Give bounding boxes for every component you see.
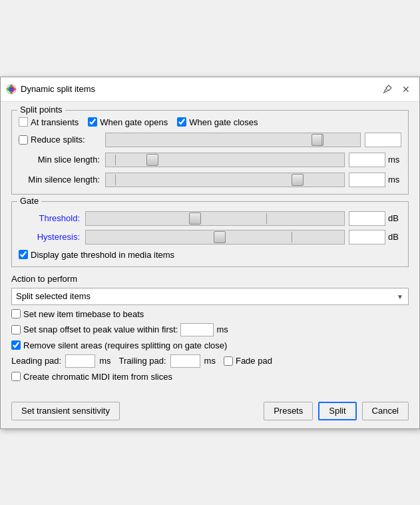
- at-transients-label[interactable]: At transients: [19, 117, 79, 127]
- chromatic-midi-label[interactable]: Create chromatic MIDI item from slices: [11, 372, 172, 382]
- close-icon: ✕: [402, 84, 410, 95]
- display-gate-checkbox[interactable]: [19, 250, 28, 259]
- threshold-label: Threshold:: [19, 213, 85, 223]
- sensitivity-button[interactable]: Set transient sensitivity: [11, 402, 120, 420]
- when-gate-opens-label[interactable]: When gate opens: [88, 117, 168, 127]
- cancel-button[interactable]: Cancel: [362, 402, 409, 420]
- pin-button[interactable]: [379, 81, 395, 97]
- action-dropdown[interactable]: Split selected itemsAdd stretch markersE…: [11, 288, 409, 305]
- threshold-slider-wrap: [85, 211, 345, 226]
- gate-group: Gate Threshold: -31.0 dB Hysteresis: -16…: [11, 201, 409, 267]
- trailing-pad-value[interactable]: 300: [170, 354, 200, 368]
- hysteresis-label: Hysteresis:: [19, 232, 85, 242]
- min-slice-value[interactable]: 50: [349, 153, 385, 167]
- leading-pad-value[interactable]: 70: [65, 354, 95, 368]
- chromatic-midi-checkbox[interactable]: [11, 372, 21, 381]
- close-button[interactable]: ✕: [398, 81, 414, 97]
- snap-offset-row: Set snap offset to peak value within fir…: [11, 323, 409, 336]
- fade-pad-checkbox[interactable]: [224, 356, 233, 366]
- pad-row: Leading pad: 70 ms Trailing pad: 300 ms …: [11, 354, 409, 368]
- dialog-title: Dynamic split items: [21, 84, 379, 94]
- reduce-splits-value[interactable]: 52: [365, 133, 401, 147]
- threshold-slider[interactable]: [86, 212, 344, 225]
- reduce-splits-row: Reduce splits: 52: [19, 133, 401, 147]
- threshold-row: Threshold: -31.0 dB: [19, 211, 401, 226]
- hysteresis-slider[interactable]: [86, 231, 344, 244]
- threshold-value[interactable]: -31.0: [349, 211, 385, 226]
- reduce-splits-slider[interactable]: [106, 133, 360, 147]
- split-points-title: Split points: [17, 105, 65, 115]
- remove-silent-label[interactable]: Remove silent areas (requires splitting …: [11, 340, 227, 350]
- min-silence-slider[interactable]: [106, 173, 344, 187]
- threshold-unit: dB: [388, 213, 401, 223]
- min-silence-row: Min silence length: 3000 ms: [19, 173, 401, 187]
- min-slice-row: Min slice length: 50 ms: [19, 153, 401, 167]
- snap-offset-value[interactable]: 200: [180, 323, 214, 336]
- leading-pad-unit: ms: [99, 356, 110, 366]
- when-gate-opens-checkbox[interactable]: [88, 117, 97, 127]
- reduce-splits-checkbox[interactable]: [19, 135, 28, 145]
- snap-offset-unit: ms: [216, 324, 228, 334]
- split-button[interactable]: Split: [318, 402, 356, 420]
- split-points-group: Split points At transients When gate ope…: [11, 110, 409, 195]
- when-gate-closes-checkbox[interactable]: [177, 117, 186, 127]
- title-bar: Dynamic split items ✕: [1, 77, 419, 102]
- gate-title: Gate: [17, 196, 41, 206]
- title-controls: ✕: [379, 81, 414, 97]
- hysteresis-slider-wrap: [85, 230, 345, 245]
- action-title: Action to perform: [11, 274, 409, 284]
- min-silence-slider-wrap: [105, 173, 345, 187]
- min-silence-label: Min silence length:: [19, 175, 105, 185]
- footer-right: Presets Split Cancel: [264, 402, 409, 420]
- hysteresis-row: Hysteresis: -16.0 dB: [19, 230, 401, 245]
- min-slice-slider-wrap: [105, 153, 345, 167]
- pin-icon: [383, 85, 392, 94]
- chromatic-midi-row: Create chromatic MIDI item from slices: [11, 372, 409, 382]
- set-timebase-checkbox[interactable]: [11, 309, 21, 318]
- action-section: Action to perform Split selected itemsAd…: [11, 274, 409, 382]
- min-silence-unit: ms: [388, 175, 401, 185]
- min-slice-slider[interactable]: [106, 153, 344, 167]
- when-gate-closes-label[interactable]: When gate closes: [177, 117, 258, 127]
- svg-point-1: [9, 87, 13, 91]
- footer: Set transient sensitivity Presets Split …: [1, 395, 419, 428]
- snap-offset-checkbox-label[interactable]: Set snap offset to peak value within fir…: [11, 324, 178, 334]
- app-icon: [6, 84, 17, 95]
- remove-silent-checkbox[interactable]: [11, 340, 21, 350]
- remove-silent-row: Remove silent areas (requires splitting …: [11, 340, 409, 350]
- presets-button[interactable]: Presets: [264, 402, 313, 420]
- reduce-splits-slider-wrap: [105, 133, 361, 147]
- leading-pad-label: Leading pad:: [11, 356, 61, 366]
- dialog: Dynamic split items ✕ Split points At tr…: [0, 77, 420, 429]
- fade-pad-label[interactable]: Fade pad: [224, 356, 272, 366]
- min-silence-value[interactable]: 3000: [349, 173, 385, 187]
- display-gate-label[interactable]: Display gate threshold in media items: [19, 250, 174, 260]
- split-points-checkboxes: At transients When gate opens When gate …: [19, 117, 401, 127]
- reduce-splits-checkbox-label[interactable]: Reduce splits:: [19, 135, 105, 145]
- display-gate-row: Display gate threshold in media items: [19, 250, 401, 260]
- trailing-pad-unit: ms: [204, 356, 216, 366]
- svg-line-2: [383, 92, 385, 93]
- trailing-pad-label: Trailing pad:: [119, 356, 166, 366]
- set-timebase-label[interactable]: Set new item timebase to beats: [11, 309, 144, 319]
- content: Split points At transients When gate ope…: [1, 102, 419, 395]
- min-slice-label: Min slice length:: [19, 155, 105, 165]
- action-dropdown-wrapper: Split selected itemsAdd stretch markersE…: [11, 288, 409, 305]
- hysteresis-value[interactable]: -16.0: [349, 230, 385, 245]
- set-timebase-row: Set new item timebase to beats: [11, 309, 409, 319]
- at-transients-checkbox-box[interactable]: [19, 117, 28, 127]
- snap-offset-checkbox[interactable]: [11, 325, 21, 334]
- min-slice-unit: ms: [388, 155, 401, 165]
- hysteresis-unit: dB: [388, 232, 401, 242]
